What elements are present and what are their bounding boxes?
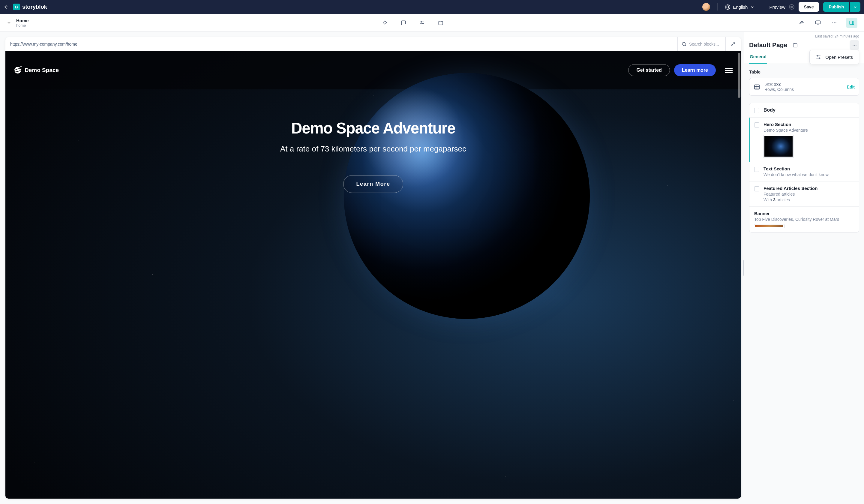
search-blocks-input[interactable]: Search blocks... bbox=[677, 37, 725, 51]
panel-toggle-button[interactable] bbox=[846, 18, 857, 28]
breadcrumb-toggle[interactable] bbox=[7, 21, 11, 25]
collapse-button[interactable] bbox=[725, 37, 741, 51]
properties-sidebar: Last saved: 24 minutes ago Default Page … bbox=[744, 32, 864, 504]
globe-icon bbox=[725, 4, 731, 10]
language-selector[interactable]: English bbox=[725, 4, 755, 10]
checkbox[interactable] bbox=[754, 122, 759, 128]
svg-point-11 bbox=[853, 45, 853, 46]
schedule-icon[interactable] bbox=[790, 40, 800, 50]
chevron-down-icon bbox=[750, 5, 755, 9]
pick-tool-icon[interactable] bbox=[797, 18, 806, 27]
calendar-icon[interactable] bbox=[436, 18, 445, 27]
svg-point-7 bbox=[836, 22, 837, 23]
hero-title: Demo Space Adventure bbox=[291, 119, 455, 137]
tab-general[interactable]: General bbox=[749, 54, 767, 64]
frame-toolbar: https://www.my-company.com/home Search b… bbox=[5, 37, 741, 51]
last-saved-label: Last saved: 24 minutes ago bbox=[744, 32, 864, 38]
settings-sliders-icon[interactable] bbox=[418, 18, 427, 27]
page-title: Home bbox=[16, 18, 29, 23]
planet-icon bbox=[14, 66, 22, 74]
logo-text: storyblok bbox=[22, 3, 47, 10]
checkbox[interactable] bbox=[754, 167, 759, 172]
block-list: Body Hero Section Demo Space Adventure T… bbox=[749, 103, 859, 232]
svg-point-14 bbox=[817, 56, 818, 56]
table-field-card[interactable]: Size: 2x2 Rows, Columns Edit bbox=[749, 78, 859, 96]
block-text-section[interactable]: Text Section We don't know what we don't… bbox=[749, 162, 859, 181]
save-button[interactable]: Save bbox=[799, 2, 819, 12]
search-placeholder: Search blocks... bbox=[689, 42, 719, 47]
svg-rect-3 bbox=[439, 21, 443, 25]
block-featured-articles[interactable]: Featured Articles Section Featured artic… bbox=[749, 181, 859, 207]
desktop-icon[interactable] bbox=[813, 18, 823, 27]
avatar[interactable] bbox=[702, 3, 710, 11]
sidebar-more-button[interactable] bbox=[850, 40, 859, 50]
chevron-down-icon bbox=[853, 5, 857, 9]
breadcrumb: Home home bbox=[16, 18, 29, 27]
back-button[interactable] bbox=[3, 4, 9, 10]
svg-rect-10 bbox=[793, 44, 797, 47]
rendered-site: Demo Space Get started Learn more Demo S… bbox=[5, 51, 741, 499]
table-icon bbox=[754, 84, 760, 90]
collapse-icon bbox=[731, 41, 736, 47]
radio-icon bbox=[789, 4, 794, 10]
rows-cols-label: Rows, Columns bbox=[765, 87, 843, 92]
edit-table-link[interactable]: Edit bbox=[847, 85, 855, 89]
banner-thumbnail bbox=[754, 224, 784, 228]
hero-thumbnail bbox=[764, 135, 793, 157]
page-slug: home bbox=[16, 23, 29, 27]
hero-section: Demo Space Adventure At a rate of 73 kil… bbox=[5, 89, 741, 499]
block-hero-section[interactable]: Hero Section Demo Space Adventure bbox=[749, 118, 859, 162]
panel-icon bbox=[849, 20, 854, 25]
sliders-icon bbox=[816, 54, 821, 60]
svg-rect-4 bbox=[816, 21, 820, 24]
subbar: Home home bbox=[0, 14, 864, 32]
topbar: B storyblok English Preview Save Publish bbox=[0, 0, 864, 14]
svg-point-1 bbox=[421, 21, 422, 22]
search-icon bbox=[681, 41, 687, 47]
svg-point-2 bbox=[423, 23, 424, 24]
publish-button[interactable]: Publish bbox=[823, 2, 849, 12]
svg-point-5 bbox=[832, 22, 833, 23]
more-icon[interactable] bbox=[830, 18, 839, 27]
preview-label: Preview bbox=[769, 4, 785, 10]
svg-point-6 bbox=[834, 22, 835, 23]
checkbox[interactable] bbox=[754, 186, 759, 191]
svg-point-9 bbox=[682, 42, 685, 46]
open-presets-button[interactable]: Open Presets bbox=[809, 50, 859, 64]
checkbox[interactable] bbox=[754, 108, 759, 113]
publish-dropdown-button[interactable] bbox=[850, 2, 861, 12]
open-presets-label: Open Presets bbox=[825, 55, 853, 60]
earth-image bbox=[344, 73, 590, 319]
draft-icon[interactable] bbox=[381, 18, 389, 27]
comments-icon[interactable] bbox=[399, 18, 408, 27]
sidebar-title: Default Page bbox=[749, 41, 787, 49]
logo-mark-icon: B bbox=[13, 3, 20, 10]
chevron-down-icon bbox=[7, 21, 11, 25]
svg-point-15 bbox=[819, 58, 820, 59]
table-section-label: Table bbox=[749, 69, 859, 74]
svg-point-12 bbox=[854, 45, 855, 46]
preview-toggle[interactable]: Preview bbox=[769, 4, 794, 10]
block-body[interactable]: Body bbox=[749, 103, 859, 118]
svg-point-13 bbox=[856, 45, 856, 46]
preview-pane: https://www.my-company.com/home Search b… bbox=[0, 32, 744, 504]
svg-rect-8 bbox=[850, 21, 854, 25]
more-icon bbox=[852, 43, 857, 48]
block-banner[interactable]: Banner Top Five Discoveries, Curiosity R… bbox=[749, 207, 859, 232]
url-display[interactable]: https://www.my-company.com/home bbox=[5, 42, 677, 47]
app-logo[interactable]: B storyblok bbox=[13, 3, 47, 10]
hero-cta-button[interactable]: Learn More bbox=[343, 175, 403, 193]
hero-subtitle: At a rate of 73 kilometers per second pe… bbox=[280, 144, 466, 154]
language-label: English bbox=[733, 4, 747, 10]
